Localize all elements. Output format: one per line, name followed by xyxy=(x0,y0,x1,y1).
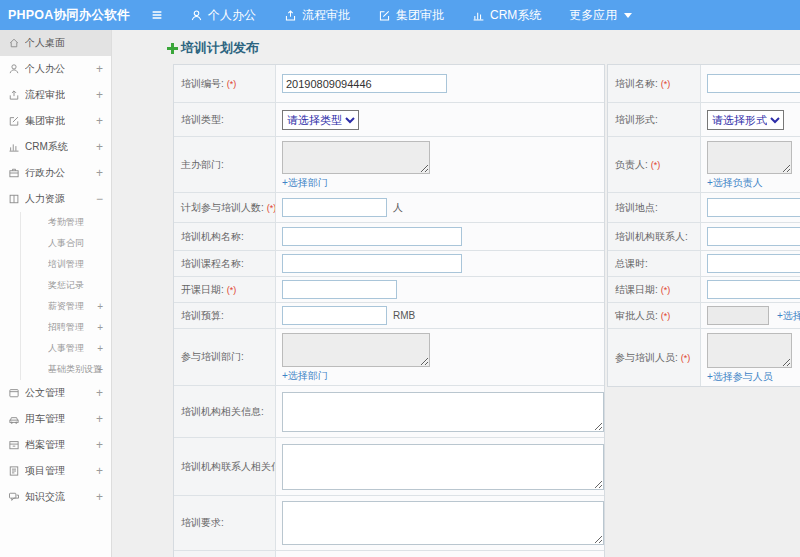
host-department-link[interactable]: +选择部门 xyxy=(282,176,328,190)
host-department-field-cell: +选择部门 xyxy=(276,137,604,192)
sidebar-item-recruitment-mgmt[interactable]: 招聘管理+ xyxy=(0,317,111,338)
flow-icon xyxy=(8,89,20,101)
required-marker: (*) xyxy=(661,311,671,321)
responsible-person-textarea[interactable] xyxy=(707,141,792,174)
sidebar-item-attendance-mgmt[interactable]: 考勤管理 xyxy=(0,212,111,233)
expand-plus-icon[interactable]: + xyxy=(96,491,103,503)
nav-item-personal-office[interactable]: 个人办公 xyxy=(190,7,256,24)
nav-item-group-approval[interactable]: 集团审批 xyxy=(378,7,444,24)
training-no-row: 培训编号:(*) xyxy=(174,65,604,103)
expand-plus-icon[interactable]: + xyxy=(96,387,103,399)
sidebar-item-personal-desktop[interactable]: 个人桌面 xyxy=(0,30,111,56)
sidebar-item-knowledge-exchange[interactable]: 知识交流+ xyxy=(0,484,111,510)
training-type-row: 培训类型:请选择类型 xyxy=(174,103,604,137)
total-hours-field-cell xyxy=(701,251,800,276)
expand-plus-icon[interactable]: + xyxy=(96,141,103,153)
org-info-textarea[interactable] xyxy=(282,392,604,432)
page-title-text: 培训计划发布 xyxy=(181,39,259,57)
field-label-text: 负责人: xyxy=(615,158,648,172)
org-name-input[interactable] xyxy=(282,227,462,246)
sidebar-item-label: 知识交流 xyxy=(25,490,65,504)
field-label-text: 参与培训部门: xyxy=(181,350,244,364)
org-info-field-cell xyxy=(276,386,604,437)
start-date-input[interactable] xyxy=(282,280,397,299)
sidebar-item-archive-mgmt[interactable]: 档案管理+ xyxy=(0,432,111,458)
host-department-textarea[interactable] xyxy=(282,141,430,174)
chart-icon xyxy=(472,9,485,22)
approvers-input[interactable] xyxy=(707,306,769,325)
end-date-input[interactable] xyxy=(707,280,800,299)
sidebar-item-project-mgmt[interactable]: 项目管理+ xyxy=(0,458,111,484)
nav-item-more-apps[interactable]: 更多应用 xyxy=(569,7,632,24)
expand-plus-icon[interactable]: + xyxy=(97,323,103,333)
org-contact-info-field-cell xyxy=(276,438,604,495)
sidebar-item-base-category-settings[interactable]: 基础类别设置+ xyxy=(0,359,111,380)
training-location-input[interactable] xyxy=(707,198,800,217)
expand-plus-icon[interactable]: + xyxy=(96,413,103,425)
collapse-minus-icon[interactable]: − xyxy=(96,193,103,205)
expand-plus-icon[interactable]: + xyxy=(96,115,103,127)
sidebar-item-label: CRM系统 xyxy=(25,140,68,154)
budget-input[interactable] xyxy=(282,306,387,325)
expand-plus-icon[interactable]: + xyxy=(96,167,103,179)
training-type-select[interactable]: 请选择类型 xyxy=(282,110,359,130)
sidebar-item-salary-mgmt[interactable]: 薪资管理+ xyxy=(0,296,111,317)
sidebar-item-group-approval[interactable]: 集团审批+ xyxy=(0,108,111,134)
sidebar-item-human-resources[interactable]: 人力资源− xyxy=(0,186,111,212)
responsible-person-row: 负责人:(*)+选择负责人 xyxy=(608,137,800,193)
participating-departments-link[interactable]: +选择部门 xyxy=(282,369,328,383)
participants-textarea[interactable] xyxy=(707,333,792,368)
sidebar-item-admin-office[interactable]: 行政办公+ xyxy=(0,160,111,186)
sidebar-item-label: 个人桌面 xyxy=(25,36,65,50)
required-marker: (*) xyxy=(267,203,276,213)
sidebar-item-label: 集团审批 xyxy=(25,114,65,128)
nav-label-group-approval: 集团审批 xyxy=(396,7,444,24)
training-requirements-label: 培训要求: xyxy=(174,496,276,550)
training-type-label: 培训类型: xyxy=(174,103,276,136)
expand-plus-icon[interactable]: + xyxy=(96,465,103,477)
participants-link[interactable]: +选择参与人员 xyxy=(707,370,773,384)
planned-participants-input[interactable] xyxy=(282,198,387,217)
training-no-input[interactable] xyxy=(282,74,447,93)
nav-item-crm-system[interactable]: CRM系统 xyxy=(472,7,541,24)
sidebar-item-label: 培训管理 xyxy=(48,258,84,271)
sidebar-item-vehicle-mgmt[interactable]: 用车管理+ xyxy=(0,406,111,432)
expand-plus-icon[interactable]: + xyxy=(96,63,103,75)
expand-plus-icon[interactable]: + xyxy=(97,365,103,375)
attachment-field-cell: +附件上传 xyxy=(276,551,604,557)
training-form-label: 培训形式: xyxy=(608,103,701,136)
training-requirements-textarea[interactable] xyxy=(282,501,604,545)
sidebar-item-reward-punish-records[interactable]: 奖惩记录 xyxy=(0,275,111,296)
sidebar-item-training-mgmt[interactable]: 培训管理 xyxy=(0,254,111,275)
training-name-input[interactable] xyxy=(707,74,800,93)
course-name-input[interactable] xyxy=(282,254,462,273)
nav-item-workflow-approval[interactable]: 流程审批 xyxy=(284,7,350,24)
sidebar-item-label: 薪资管理 xyxy=(48,300,84,313)
sidebar-item-document-mgmt[interactable]: 公文管理+ xyxy=(0,380,111,406)
training-location-field-cell xyxy=(701,193,800,222)
book-icon xyxy=(8,193,20,205)
participants-field-cell: +选择参与人员 xyxy=(701,329,800,386)
total-hours-input[interactable] xyxy=(707,254,800,273)
org-contact-field-cell xyxy=(701,223,800,250)
participating-departments-label: 参与培训部门: xyxy=(174,329,276,385)
budget-field-cell: RMB xyxy=(276,303,604,328)
org-contact-info-textarea[interactable] xyxy=(282,444,604,490)
responsible-person-link[interactable]: +选择负责人 xyxy=(707,176,763,190)
org-contact-label: 培训机构联系人: xyxy=(608,223,701,250)
participating-departments-textarea[interactable] xyxy=(282,333,430,367)
sidebar-item-personal-office[interactable]: 个人办公+ xyxy=(0,56,111,82)
sidebar-item-crm-system[interactable]: CRM系统+ xyxy=(0,134,111,160)
approvers-link[interactable]: +选择审批人员 xyxy=(777,309,800,323)
training-form-select[interactable]: 请选择形式 xyxy=(707,110,784,130)
sidebar-item-hr-contract[interactable]: 人事合同 xyxy=(0,233,111,254)
expand-plus-icon[interactable]: + xyxy=(96,439,103,451)
expand-plus-icon[interactable]: + xyxy=(97,302,103,312)
org-contact-input[interactable] xyxy=(707,227,800,246)
menu-icon[interactable] xyxy=(148,6,166,24)
approvers-field-cell: +选择审批人员 xyxy=(701,303,800,328)
sidebar-item-personnel-mgmt[interactable]: 人事管理+ xyxy=(0,338,111,359)
sidebar-item-workflow-approval[interactable]: 流程审批+ xyxy=(0,82,111,108)
expand-plus-icon[interactable]: + xyxy=(96,89,103,101)
expand-plus-icon[interactable]: + xyxy=(97,344,103,354)
